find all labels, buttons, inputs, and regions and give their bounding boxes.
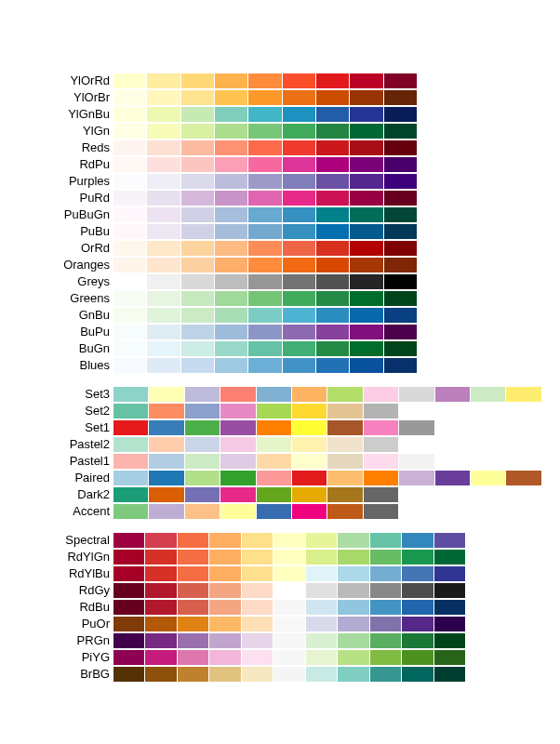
swatch xyxy=(209,633,240,648)
swatch xyxy=(248,325,281,339)
palette-row: RdBu xyxy=(19,599,541,615)
swatch xyxy=(181,341,214,356)
swatch xyxy=(399,471,433,485)
palette-row: Reds xyxy=(19,140,541,155)
swatch xyxy=(149,404,183,418)
swatch xyxy=(327,454,362,469)
swatch-strip xyxy=(113,308,417,323)
swatch xyxy=(434,550,465,565)
swatch xyxy=(113,191,146,206)
palette-row: OrRd xyxy=(19,240,541,256)
swatch xyxy=(402,650,433,665)
swatch xyxy=(181,325,214,339)
swatch xyxy=(273,650,304,665)
swatch xyxy=(338,633,368,648)
swatch xyxy=(113,550,144,565)
swatch-strip xyxy=(113,224,417,239)
swatch xyxy=(338,550,368,565)
swatch xyxy=(242,533,273,548)
swatch xyxy=(506,387,540,402)
swatch xyxy=(113,633,144,648)
palette-label: PRGn xyxy=(19,633,113,647)
swatch xyxy=(316,224,349,239)
swatch xyxy=(370,566,401,581)
swatch-strip xyxy=(113,617,465,631)
swatch xyxy=(209,550,240,565)
palette-row: RdYlGn xyxy=(19,549,541,565)
palette-label: Oranges xyxy=(19,258,113,272)
swatch xyxy=(220,387,255,402)
swatch xyxy=(215,241,247,256)
swatch xyxy=(292,420,327,435)
palette-label: Spectral xyxy=(19,533,113,547)
swatch xyxy=(248,140,281,155)
swatch xyxy=(273,533,304,548)
palette-row: BuGn xyxy=(19,340,541,356)
swatch xyxy=(402,583,433,598)
swatch xyxy=(149,471,183,485)
swatch xyxy=(338,566,368,581)
palette-row: PuRd xyxy=(19,190,541,206)
swatch xyxy=(181,207,214,222)
palette-row: Paired xyxy=(19,470,541,485)
palette-label: BuGn xyxy=(19,341,113,355)
swatch xyxy=(399,454,433,469)
swatch xyxy=(370,533,401,548)
palette-label: YlGn xyxy=(19,124,113,138)
swatch xyxy=(273,633,304,648)
swatch xyxy=(350,140,382,155)
swatch xyxy=(327,387,362,402)
swatch xyxy=(215,358,247,373)
swatch xyxy=(306,667,337,682)
swatch xyxy=(248,157,281,172)
swatch xyxy=(435,471,470,485)
swatch xyxy=(145,617,176,631)
swatch xyxy=(316,207,349,222)
swatch xyxy=(370,583,401,598)
palette-row: PuBu xyxy=(19,223,541,239)
swatch xyxy=(147,124,180,139)
swatch xyxy=(242,617,273,631)
swatch xyxy=(145,533,176,548)
swatch xyxy=(178,566,208,581)
swatch xyxy=(316,291,349,306)
swatch xyxy=(257,487,291,502)
swatch xyxy=(257,504,291,519)
palette-row: RdGy xyxy=(19,582,541,598)
palette-row: Accent xyxy=(19,503,541,519)
swatch xyxy=(181,140,214,155)
swatch xyxy=(283,207,315,222)
swatch xyxy=(220,504,255,519)
swatch xyxy=(283,325,315,339)
swatch xyxy=(215,90,247,105)
swatch xyxy=(248,291,281,306)
swatch xyxy=(292,387,327,402)
swatch xyxy=(399,420,433,435)
swatch xyxy=(384,274,417,289)
swatch xyxy=(283,258,315,272)
palette-label: Pastel2 xyxy=(19,437,113,451)
palette-row: Oranges xyxy=(19,257,541,272)
swatch xyxy=(434,617,465,631)
swatch xyxy=(215,174,247,189)
palette-row: Dark2 xyxy=(19,486,541,502)
swatch xyxy=(220,437,255,452)
swatch xyxy=(471,387,505,402)
palette-label: BuPu xyxy=(19,325,113,339)
swatch xyxy=(350,224,382,239)
palette-row: PuBuGn xyxy=(19,206,541,222)
swatch xyxy=(149,454,183,469)
swatch xyxy=(209,667,240,682)
swatch xyxy=(248,341,281,356)
palette-label: RdPu xyxy=(19,157,113,171)
swatch xyxy=(402,667,433,682)
swatch xyxy=(316,358,349,373)
swatch xyxy=(113,325,146,339)
swatch xyxy=(370,617,401,631)
swatch xyxy=(147,73,180,88)
swatch-strip xyxy=(113,487,398,502)
swatch xyxy=(113,650,144,665)
swatch-strip xyxy=(113,667,465,682)
swatch xyxy=(215,124,247,139)
swatch xyxy=(316,341,349,356)
